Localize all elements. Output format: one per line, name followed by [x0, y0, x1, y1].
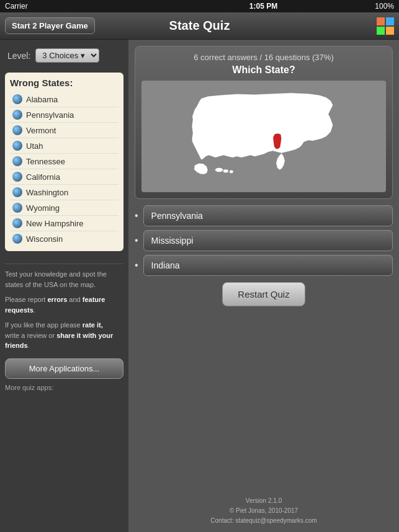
globe-icon	[12, 141, 22, 151]
svg-point-5	[215, 167, 223, 172]
time-label: 1:05 PM	[249, 2, 277, 11]
wrong-state-name: Washington	[26, 188, 68, 197]
wrong-state-item: New Hampshire	[10, 216, 119, 231]
more-quiz-label: More quiz apps:	[5, 384, 123, 391]
map-container	[141, 81, 386, 192]
sidebar-bottom: Test your knowledge and spot the states …	[5, 259, 123, 526]
globe-icon	[12, 125, 22, 135]
more-apps-button[interactable]: More Applications...	[5, 358, 123, 379]
wrong-state-name: New Hampshire	[26, 219, 83, 228]
wrong-state-item: Tennessee	[10, 154, 119, 169]
status-bar: Carrier 1:05 PM 100%	[0, 0, 399, 12]
choice-button[interactable]: Pennsylvania	[143, 205, 393, 226]
battery-label: 100%	[375, 2, 394, 11]
choice-button[interactable]: Indiana	[143, 255, 393, 276]
copyright-label: © Piet Jonas, 2010-2017	[135, 506, 393, 516]
wrong-state-name: Pennsylvania	[26, 110, 74, 120]
wrong-state-item: California	[10, 169, 119, 185]
level-select[interactable]: 3 Choices ▾	[35, 48, 99, 63]
share-link[interactable]: share it with your friends	[5, 332, 113, 350]
rate-link[interactable]: rate it,	[83, 321, 103, 329]
quiz-question: Which State?	[141, 64, 386, 76]
wrong-state-name: Vermont	[26, 126, 56, 135]
svg-point-6	[223, 169, 228, 173]
sidebar-desc1: Test your knowledge and spot the states …	[5, 269, 123, 290]
nav-title: State Quiz	[169, 19, 230, 33]
wrong-state-name: Wisconsin	[26, 234, 63, 244]
wrong-states-list: Alabama Pennsylvania Vermont Utah Tennes…	[10, 92, 119, 246]
bullet-icon: •	[135, 260, 138, 271]
wrong-state-name: Tennessee	[26, 157, 65, 166]
wrong-state-name: California	[26, 172, 60, 182]
globe-icon	[12, 110, 22, 120]
start-2player-button[interactable]: Start 2 Player Game	[5, 17, 95, 34]
restart-quiz-button[interactable]: Restart Quiz	[222, 282, 305, 306]
divider	[5, 264, 123, 264]
wrong-state-item: Wisconsin	[10, 231, 119, 246]
globe-icon	[12, 94, 22, 104]
usa-map-svg	[141, 81, 386, 192]
version-label: Version 2.1.0	[135, 496, 393, 506]
sidebar-desc2: Please report errors and feature request…	[5, 295, 123, 315]
choice-button[interactable]: Mississippi	[143, 230, 393, 251]
level-row: Level: 3 Choices ▾	[5, 46, 123, 65]
bullet-icon: •	[135, 235, 138, 246]
wrong-states-section: Wrong States: Alabama Pennsylvania Vermo…	[5, 73, 123, 251]
quiz-card: 6 correct answers / 16 questions (37%) W…	[135, 46, 393, 199]
content-area: 6 correct answers / 16 questions (37%) W…	[128, 40, 399, 532]
wrong-state-item: Vermont	[10, 123, 119, 138]
color-grid-icon	[377, 17, 394, 35]
sidebar-desc3: If you like the app please rate it, writ…	[5, 320, 123, 351]
wrong-state-item: Pennsylvania	[10, 107, 119, 123]
errors-link[interactable]: errors	[47, 296, 67, 303]
choice-item: • Mississippi	[135, 230, 393, 251]
wrong-state-item: Wyoming	[10, 200, 119, 216]
globe-icon	[12, 234, 22, 244]
globe-icon	[12, 172, 22, 182]
carrier-label: Carrier	[5, 2, 28, 11]
contact-label: Contact: statequiz@speedymarks.com	[135, 516, 393, 526]
level-label: Level:	[7, 51, 30, 61]
wrong-state-item: Alabama	[10, 92, 119, 107]
nav-bar: Start 2 Player Game State Quiz	[0, 12, 399, 40]
sidebar: Level: 3 Choices ▾ Wrong States: Alabama…	[0, 40, 128, 532]
quiz-stats: 6 correct answers / 16 questions (37%)	[141, 53, 386, 62]
content-footer: Version 2.1.0 © Piet Jonas, 2010-2017 Co…	[135, 496, 393, 526]
wrong-state-name: Utah	[26, 141, 43, 151]
wrong-state-name: Alabama	[26, 95, 58, 104]
globe-icon	[12, 187, 22, 197]
svg-marker-3	[273, 134, 281, 149]
wrong-state-name: Wyoming	[26, 203, 60, 213]
wrong-state-item: Utah	[10, 138, 119, 154]
choice-item: • Indiana	[135, 255, 393, 276]
globe-icon	[12, 218, 22, 228]
choices-list: • Pennsylvania • Mississippi • Indiana	[135, 205, 393, 276]
globe-icon	[12, 156, 22, 166]
bullet-icon: •	[135, 210, 138, 221]
globe-icon	[12, 203, 22, 213]
main-layout: Level: 3 Choices ▾ Wrong States: Alabama…	[0, 40, 399, 532]
choice-item: • Pennsylvania	[135, 205, 393, 226]
wrong-states-title: Wrong States:	[10, 78, 119, 88]
svg-point-7	[230, 170, 233, 173]
wrong-state-item: Washington	[10, 185, 119, 200]
status-right: 100%	[375, 2, 394, 11]
